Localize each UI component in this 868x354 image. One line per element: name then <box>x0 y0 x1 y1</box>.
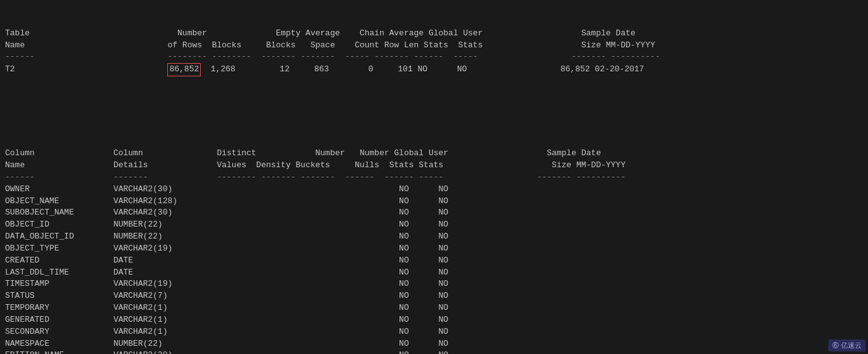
col-timestamp: TIMESTAMP VARCHAR2(19) NO NO <box>5 279 448 288</box>
col-object-name: OBJECT_NAME VARCHAR2(128) NO NO <box>5 196 448 206</box>
col-secondary: SECONDARY VARCHAR2(1) NO NO <box>5 327 448 336</box>
col-status: STATUS VARCHAR2(7) NO NO <box>5 291 448 300</box>
column-header-divider: ------ ------- -------- ------- ------- … <box>5 172 626 182</box>
highlighted-rows: 86,852 <box>167 63 201 76</box>
col-generated: GENERATED VARCHAR2(1) NO NO <box>5 315 448 324</box>
col-data-object-id: DATA_OBJECT_ID NUMBER(22) NO NO <box>5 232 448 241</box>
col-temporary: TEMPORARY VARCHAR2(1) NO NO <box>5 303 448 312</box>
column-header-line1: Column Column Distinct Number Number Glo… <box>5 148 601 158</box>
table-header-divider: ------ -------- -------- ------- -------… <box>5 52 660 61</box>
col-namespace: NAMESPACE NUMBER(22) NO NO <box>5 339 448 348</box>
column-section: Column Column Distinct Number Number Glo… <box>5 136 863 354</box>
col-edition-name: EDITION_NAME VARCHAR2(30) NO NO <box>5 350 448 354</box>
col-created: CREATED DATE NO NO <box>5 256 448 265</box>
col-owner: OWNER VARCHAR2(30) NO NO <box>5 184 448 194</box>
table-header-line1: Table Number Empty Average Chain Average… <box>5 28 636 38</box>
col-object-type: OBJECT_TYPE VARCHAR2(19) NO NO <box>5 244 448 253</box>
blank-row-1 <box>5 100 863 112</box>
table-section: Table Number Empty Average Chain Average… <box>5 16 863 76</box>
table-header-line2: Name of Rows Blocks Blocks Space Count R… <box>5 40 655 50</box>
main-content: Table Number Empty Average Chain Average… <box>5 4 863 354</box>
col-subobject-name: SUBOBJECT_NAME VARCHAR2(30) NO NO <box>5 208 448 217</box>
col-last-ddl-time: LAST_DDL_TIME DATE NO NO <box>5 268 448 277</box>
col-object-id: OBJECT_ID NUMBER(22) NO NO <box>5 220 448 229</box>
watermark-badge: ⑥ 亿速云 <box>828 339 865 351</box>
table-data-row-rest: 1,268 12 863 0 101 NO NO 86,852 02-20-20… <box>201 64 644 74</box>
table-data-row: T2 <box>5 64 167 74</box>
column-header-line2: Name Details Values Density Buckets Null… <box>5 160 626 170</box>
